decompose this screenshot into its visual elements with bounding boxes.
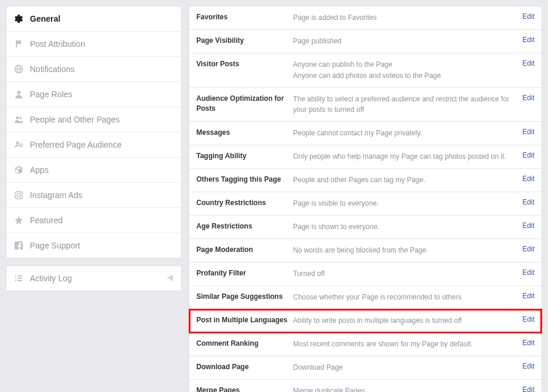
svg-point-8	[17, 193, 21, 197]
sidebar-item-label: Apps	[30, 165, 49, 175]
setting-label: Comment Ranking	[196, 339, 293, 349]
list-icon	[13, 273, 24, 284]
setting-label: Post in Multiple Languages	[196, 315, 293, 325]
setting-row-profanity-filter: Profanity FilterTurned offEdit	[189, 263, 542, 286]
setting-row-similar-page-suggestions: Similar Page SuggestionsChoose whether y…	[189, 286, 542, 309]
edit-link[interactable]: Edit	[522, 94, 535, 102]
sidebar-item-label: People and Other Pages	[30, 115, 120, 124]
sidebar-activity: Activity Log	[6, 265, 182, 291]
setting-row-merge-pages: Merge PagesMerge duplicate PagesEdit	[189, 380, 542, 392]
setting-label: Country Restrictions	[196, 198, 293, 208]
sidebar-item-page-support[interactable]: Page Support	[6, 233, 181, 258]
edit-link[interactable]: Edit	[522, 151, 535, 159]
person-icon	[13, 89, 24, 100]
edit-link[interactable]: Edit	[522, 386, 535, 392]
svg-point-9	[21, 193, 22, 194]
setting-row-favorites: FavoritesPage is added to FavoritesEdit	[189, 6, 542, 30]
setting-value: The ability to select a preferred audien…	[293, 94, 516, 115]
setting-value: Only people who help manage my Page can …	[293, 151, 516, 162]
svg-rect-16	[18, 280, 22, 281]
setting-row-others-tagging-this-page: Others Tagging this PagePeople and other…	[189, 169, 542, 192]
edit-link[interactable]: Edit	[522, 292, 535, 300]
svg-rect-12	[18, 275, 22, 277]
setting-row-download-page: Download PageDownload PageEdit	[189, 356, 542, 380]
fb-icon	[13, 240, 24, 251]
setting-label: Similar Page Suggestions	[196, 292, 293, 302]
setting-row-tagging-ability: Tagging AbilityOnly people who help mana…	[189, 145, 542, 169]
svg-point-4	[16, 117, 19, 120]
setting-row-post-in-multiple-languages: Post in Multiple LanguagesAbility to wri…	[189, 309, 542, 333]
svg-point-6	[16, 142, 19, 145]
edit-link[interactable]: Edit	[522, 128, 535, 136]
edit-link[interactable]: Edit	[522, 362, 535, 370]
setting-value: Page published	[293, 36, 516, 47]
setting-value: Most recent comments are shown for my Pa…	[293, 339, 516, 350]
sidebar-item-label: Featured	[30, 216, 63, 225]
svg-rect-13	[15, 278, 16, 279]
setting-value: Page is added to Favorites	[293, 12, 516, 23]
svg-rect-11	[15, 275, 16, 277]
star-icon	[13, 215, 24, 226]
target-icon	[13, 139, 24, 150]
setting-label: Tagging Ability	[196, 151, 293, 161]
gear-icon	[13, 13, 24, 24]
setting-value: Turned off	[293, 268, 516, 279]
arrow-right-icon	[166, 274, 174, 284]
sidebar-item-label: Page Roles	[30, 90, 72, 99]
setting-value: Page is visible to everyone.	[293, 198, 516, 209]
edit-link[interactable]: Edit	[522, 12, 535, 21]
setting-value: No words are being blocked from the Page…	[293, 245, 516, 256]
sidebar-item-label: Activity Log	[30, 274, 72, 283]
setting-value: Download Page	[293, 362, 516, 373]
sidebar-item-featured[interactable]: Featured	[6, 208, 181, 233]
settings-panel: FavoritesPage is added to FavoritesEditP…	[189, 6, 542, 392]
edit-link[interactable]: Edit	[522, 268, 535, 277]
edit-link[interactable]: Edit	[522, 175, 535, 183]
svg-rect-7	[15, 192, 22, 199]
edit-link[interactable]: Edit	[522, 339, 535, 347]
sidebar-item-notifications[interactable]: Notifications	[6, 57, 181, 82]
sidebar-item-apps[interactable]: Apps	[6, 158, 181, 183]
setting-label: Merge Pages	[196, 386, 293, 392]
edit-link[interactable]: Edit	[522, 315, 535, 323]
edit-link[interactable]: Edit	[522, 36, 535, 44]
sidebar-item-post-attribution[interactable]: Post Attribution	[6, 32, 181, 57]
setting-row-visitor-posts: Visitor PostsAnyone can publish to the P…	[189, 53, 542, 88]
edit-link[interactable]: Edit	[522, 245, 535, 253]
setting-label: Visitor Posts	[196, 59, 293, 69]
people-icon	[13, 114, 24, 125]
sidebar-item-preferred-page-audience[interactable]: Preferred Page Audience	[6, 132, 181, 158]
sidebar-item-label: Page Support	[30, 241, 80, 250]
setting-label: Page Visibility	[196, 36, 293, 46]
sidebar-item-label: Notifications	[30, 64, 74, 74]
sidebar-nav: GeneralPost AttributionNotificationsPage…	[6, 6, 182, 258]
setting-label: Page Moderation	[196, 245, 293, 255]
edit-link[interactable]: Edit	[522, 221, 535, 230]
setting-value: People cannot contact my Page privately.	[293, 128, 516, 139]
setting-label: Download Page	[196, 362, 293, 372]
edit-link[interactable]: Edit	[522, 59, 535, 67]
setting-label: Profanity Filter	[196, 268, 293, 278]
setting-row-age-restrictions: Age RestrictionsPage is shown to everyon…	[189, 216, 542, 239]
svg-point-3	[17, 91, 21, 94]
edit-link[interactable]: Edit	[522, 198, 535, 206]
setting-label: Favorites	[196, 12, 293, 22]
sidebar-item-activity-log[interactable]: Activity Log	[6, 266, 181, 291]
setting-label: Audience Optimization for Posts	[196, 94, 293, 114]
settings-sidebar: GeneralPost AttributionNotificationsPage…	[6, 6, 182, 392]
flag-icon	[13, 39, 24, 49]
box-icon	[13, 165, 24, 175]
setting-row-messages: MessagesPeople cannot contact my Page pr…	[189, 122, 542, 145]
sidebar-item-people-and-other-pages[interactable]: People and Other Pages	[6, 107, 181, 132]
setting-label: Age Restrictions	[196, 221, 293, 231]
setting-value: Merge duplicate Pages	[293, 386, 516, 392]
setting-value: People and other Pages can tag my Page.	[293, 175, 516, 186]
setting-value: Ability to write posts in multiple langu…	[293, 315, 516, 326]
setting-row-page-moderation: Page ModerationNo words are being blocke…	[189, 239, 542, 263]
setting-value: Page is shown to everyone.	[293, 221, 516, 233]
sidebar-item-instagram-ads[interactable]: Instagram Ads	[6, 183, 181, 208]
setting-row-country-restrictions: Country RestrictionsPage is visible to e…	[189, 192, 542, 216]
sidebar-item-general[interactable]: General	[6, 6, 181, 32]
sidebar-item-page-roles[interactable]: Page Roles	[6, 82, 181, 107]
sidebar-item-label: General	[30, 14, 60, 23]
